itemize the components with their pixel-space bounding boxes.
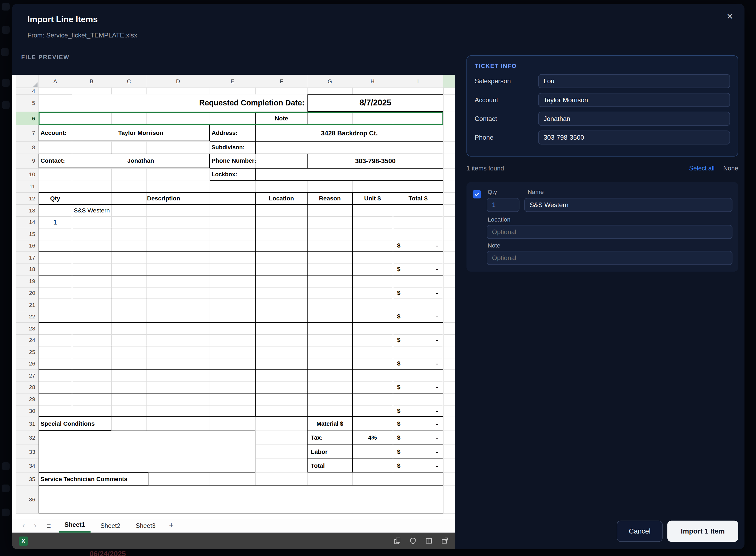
cell-A31[interactable]: Special Conditions (38, 417, 111, 430)
copy-icon[interactable] (393, 537, 401, 545)
item-checkbox[interactable] (473, 190, 481, 199)
row-header-13[interactable]: 13 (16, 204, 38, 216)
cell-A14[interactable]: 1 (38, 216, 72, 228)
row-header-14[interactable]: 14 (16, 216, 38, 228)
import-button[interactable]: Import 1 Item (667, 521, 738, 542)
row-header-35[interactable]: 35 (16, 473, 38, 486)
column-header-I[interactable]: I (393, 75, 443, 88)
cell-H32[interactable]: 4% (352, 430, 393, 444)
column-header-F[interactable]: F (255, 75, 307, 88)
phone-input[interactable] (538, 131, 730, 144)
cell-A35[interactable]: Service Technician Comments (38, 473, 148, 486)
tab-sheet2[interactable]: Sheet2 (95, 518, 126, 533)
column-header-A[interactable]: A (38, 75, 72, 88)
row-header-30[interactable]: 30 (16, 405, 38, 417)
qty-input[interactable] (487, 198, 519, 212)
column-header-E[interactable]: E (209, 75, 255, 88)
row-header-16[interactable]: 16 (16, 240, 38, 251)
cell-B13[interactable]: S&S Western (72, 204, 255, 216)
cell-I16[interactable]: $- (393, 240, 443, 251)
cell-A12[interactable]: Qty (38, 192, 72, 204)
cell-B7[interactable]: Taylor Morrison (72, 125, 209, 141)
row-header-18[interactable]: 18 (16, 264, 38, 275)
row-header-10[interactable]: 10 (16, 168, 38, 181)
row-header-31[interactable]: 31 (16, 417, 38, 430)
cell-G12[interactable]: Reason (307, 192, 352, 204)
contact-input[interactable] (538, 112, 730, 126)
cell-F7[interactable]: 3428 Backdrop Ct. (255, 125, 443, 141)
row-header-21[interactable]: 21 (16, 299, 38, 311)
column-header-partial[interactable] (443, 75, 455, 88)
row-header-20[interactable]: 20 (16, 287, 38, 299)
row-header-22[interactable]: 22 (16, 311, 38, 322)
row-header-28[interactable]: 28 (16, 382, 38, 393)
row-header-34[interactable]: 34 (16, 459, 38, 473)
row-header-17[interactable]: 17 (16, 251, 38, 264)
location-input[interactable] (487, 225, 732, 239)
cell-G31[interactable]: Material $ (307, 417, 352, 430)
cell-G34[interactable]: Total (307, 459, 352, 473)
row-header-24[interactable]: 24 (16, 334, 38, 346)
cell-B5[interactable]: Requested Completion Date: (72, 95, 307, 112)
cell-I31[interactable]: $- (393, 417, 443, 430)
cell-I22[interactable]: $- (393, 311, 443, 322)
column-header-D[interactable]: D (146, 75, 209, 88)
salesperson-input[interactable] (538, 74, 730, 88)
row-header-26[interactable]: 26 (16, 358, 38, 369)
cell-G5[interactable]: 8/7/2025 (307, 95, 443, 112)
cell-F12[interactable]: Location (255, 192, 307, 204)
cell-I34[interactable]: $- (393, 459, 443, 473)
row-header-33[interactable]: 33 (16, 444, 38, 458)
row-header-7[interactable]: 7 (16, 125, 38, 141)
none-link[interactable]: None (723, 165, 738, 172)
cell-B12[interactable]: Description (72, 192, 255, 204)
row-header-25[interactable]: 25 (16, 346, 38, 358)
cell-E9[interactable]: Phone Number: (209, 153, 307, 168)
cell-I12[interactable]: Total $ (393, 192, 443, 204)
row-header-23[interactable]: 23 (16, 322, 38, 334)
cell-I30[interactable]: $- (393, 405, 443, 417)
note-input[interactable] (487, 251, 732, 265)
cell-E7[interactable]: Address: (209, 125, 255, 141)
row-header-36[interactable]: 36 (16, 485, 38, 513)
column-header-C[interactable]: C (111, 75, 146, 88)
row-header-29[interactable]: 29 (16, 393, 38, 405)
book-view-icon[interactable] (425, 537, 433, 545)
account-input[interactable] (538, 93, 730, 107)
row-header-11[interactable]: 11 (16, 181, 38, 192)
cell-I32[interactable]: $- (393, 430, 443, 444)
row-header-8[interactable]: 8 (16, 141, 38, 153)
cell-H12[interactable]: Unit $ (352, 192, 393, 204)
name-input[interactable] (524, 198, 732, 212)
open-window-icon[interactable] (441, 537, 449, 545)
cell-E10[interactable]: Lockbox: (209, 168, 255, 181)
row-header-32[interactable]: 32 (16, 430, 38, 444)
column-header-H[interactable]: H (352, 75, 393, 88)
row-header-5[interactable]: 5 (16, 95, 38, 112)
row-header-19[interactable]: 19 (16, 275, 38, 287)
row-header-4[interactable]: 4 (16, 88, 38, 95)
cell-A7[interactable]: Account: (38, 125, 72, 141)
cell-I24[interactable]: $- (393, 334, 443, 346)
row-header-15[interactable]: 15 (16, 228, 38, 240)
cell-I26[interactable]: $- (393, 358, 443, 369)
cell-G9[interactable]: 303-798-3500 (307, 153, 443, 168)
cell-I20[interactable]: $- (393, 287, 443, 299)
row-header-6[interactable]: 6 (16, 112, 38, 125)
cell-I28[interactable]: $- (393, 382, 443, 393)
add-sheet-icon[interactable]: + (169, 521, 173, 530)
row-header-12[interactable]: 12 (16, 192, 38, 204)
tab-sheet1[interactable]: Sheet1 (59, 518, 91, 533)
column-header-B[interactable]: B (72, 75, 111, 88)
shield-check-icon[interactable] (409, 537, 417, 545)
sheet-next-icon[interactable]: › (29, 521, 41, 530)
select-all-corner[interactable] (16, 75, 38, 88)
close-icon[interactable]: × (724, 11, 736, 22)
cell-A9[interactable]: Contact: (38, 153, 72, 168)
row-header-9[interactable]: 9 (16, 153, 38, 168)
cell-F6[interactable]: Note (255, 112, 307, 125)
tab-sheet3[interactable]: Sheet3 (130, 518, 161, 533)
sheet-prev-icon[interactable]: ‹ (18, 521, 29, 530)
cell-B9[interactable]: Jonathan (72, 153, 209, 168)
cancel-button[interactable]: Cancel (617, 521, 663, 542)
